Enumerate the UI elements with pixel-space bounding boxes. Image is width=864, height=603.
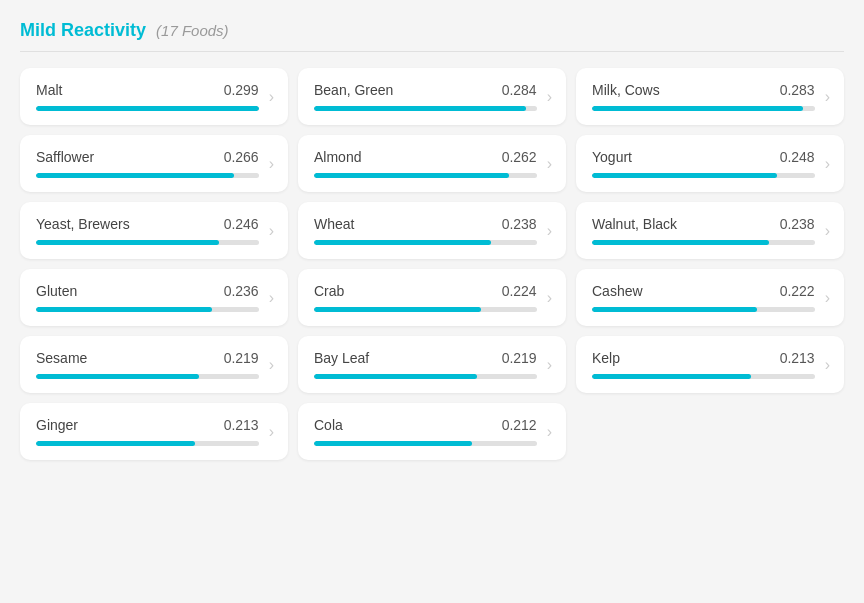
food-value: 0.262 bbox=[502, 149, 537, 165]
bar-fill bbox=[36, 307, 212, 312]
bar-track bbox=[592, 106, 815, 111]
food-value: 0.224 bbox=[502, 283, 537, 299]
food-name: Malt bbox=[36, 82, 62, 98]
card-content: Bean, Green 0.284 bbox=[314, 82, 537, 111]
chevron-right-icon: › bbox=[269, 222, 274, 240]
list-item[interactable]: Milk, Cows 0.283 › bbox=[576, 68, 844, 125]
list-item[interactable]: Walnut, Black 0.238 › bbox=[576, 202, 844, 259]
chevron-right-icon: › bbox=[825, 88, 830, 106]
bar-fill bbox=[36, 240, 219, 245]
chevron-right-icon: › bbox=[547, 289, 552, 307]
bar-track bbox=[314, 307, 537, 312]
list-item[interactable]: Sesame 0.219 › bbox=[20, 336, 288, 393]
bar-track bbox=[36, 307, 259, 312]
bar-fill bbox=[36, 173, 234, 178]
food-value: 0.248 bbox=[780, 149, 815, 165]
food-name: Yogurt bbox=[592, 149, 632, 165]
chevron-right-icon: › bbox=[269, 289, 274, 307]
food-name: Walnut, Black bbox=[592, 216, 677, 232]
food-value: 0.246 bbox=[224, 216, 259, 232]
list-item[interactable]: Bay Leaf 0.219 › bbox=[298, 336, 566, 393]
food-name: Bean, Green bbox=[314, 82, 393, 98]
food-value: 0.238 bbox=[780, 216, 815, 232]
food-value: 0.222 bbox=[780, 283, 815, 299]
card-content: Walnut, Black 0.238 bbox=[592, 216, 815, 245]
bar-fill bbox=[36, 441, 195, 446]
card-content: Bay Leaf 0.219 bbox=[314, 350, 537, 379]
food-name: Kelp bbox=[592, 350, 620, 366]
bar-track bbox=[36, 374, 259, 379]
bar-track bbox=[314, 106, 537, 111]
bar-track bbox=[314, 240, 537, 245]
card-content: Cola 0.212 bbox=[314, 417, 537, 446]
card-content: Milk, Cows 0.283 bbox=[592, 82, 815, 111]
food-value: 0.236 bbox=[224, 283, 259, 299]
list-item[interactable]: Kelp 0.213 › bbox=[576, 336, 844, 393]
card-content: Yogurt 0.248 bbox=[592, 149, 815, 178]
bar-fill bbox=[314, 240, 491, 245]
chevron-right-icon: › bbox=[547, 88, 552, 106]
bar-fill bbox=[314, 106, 526, 111]
food-value: 0.213 bbox=[780, 350, 815, 366]
bar-track bbox=[314, 173, 537, 178]
bar-track bbox=[36, 240, 259, 245]
list-item[interactable]: Cashew 0.222 › bbox=[576, 269, 844, 326]
list-item[interactable]: Yeast, Brewers 0.246 › bbox=[20, 202, 288, 259]
bar-fill bbox=[36, 106, 259, 111]
food-name: Gluten bbox=[36, 283, 77, 299]
card-content: Malt 0.299 bbox=[36, 82, 259, 111]
food-value: 0.238 bbox=[502, 216, 537, 232]
bar-fill bbox=[592, 307, 757, 312]
card-content: Wheat 0.238 bbox=[314, 216, 537, 245]
chevron-right-icon: › bbox=[547, 423, 552, 441]
food-name: Bay Leaf bbox=[314, 350, 369, 366]
list-item[interactable]: Wheat 0.238 › bbox=[298, 202, 566, 259]
bar-fill bbox=[592, 240, 769, 245]
bar-track bbox=[592, 307, 815, 312]
bar-track bbox=[314, 374, 537, 379]
bar-track bbox=[36, 441, 259, 446]
chevron-right-icon: › bbox=[547, 356, 552, 374]
chevron-right-icon: › bbox=[825, 289, 830, 307]
card-content: Almond 0.262 bbox=[314, 149, 537, 178]
food-name: Almond bbox=[314, 149, 361, 165]
food-value: 0.219 bbox=[502, 350, 537, 366]
chevron-right-icon: › bbox=[269, 88, 274, 106]
food-name: Ginger bbox=[36, 417, 78, 433]
food-name: Cashew bbox=[592, 283, 643, 299]
card-content: Cashew 0.222 bbox=[592, 283, 815, 312]
chevron-right-icon: › bbox=[547, 222, 552, 240]
food-value: 0.212 bbox=[502, 417, 537, 433]
card-content: Yeast, Brewers 0.246 bbox=[36, 216, 259, 245]
list-item[interactable]: Ginger 0.213 › bbox=[20, 403, 288, 460]
food-value: 0.266 bbox=[224, 149, 259, 165]
list-item[interactable]: Yogurt 0.248 › bbox=[576, 135, 844, 192]
list-item[interactable]: Almond 0.262 › bbox=[298, 135, 566, 192]
food-name: Safflower bbox=[36, 149, 94, 165]
food-name: Cola bbox=[314, 417, 343, 433]
food-name: Yeast, Brewers bbox=[36, 216, 130, 232]
card-content: Safflower 0.266 bbox=[36, 149, 259, 178]
list-item[interactable]: Bean, Green 0.284 › bbox=[298, 68, 566, 125]
list-item[interactable]: Cola 0.212 › bbox=[298, 403, 566, 460]
chevron-right-icon: › bbox=[825, 356, 830, 374]
list-item[interactable]: Crab 0.224 › bbox=[298, 269, 566, 326]
food-grid: Malt 0.299 › Bean, Green 0.284 › Milk, C… bbox=[20, 68, 844, 460]
bar-fill bbox=[592, 173, 777, 178]
chevron-right-icon: › bbox=[825, 222, 830, 240]
chevron-right-icon: › bbox=[269, 423, 274, 441]
card-content: Kelp 0.213 bbox=[592, 350, 815, 379]
card-content: Ginger 0.213 bbox=[36, 417, 259, 446]
card-content: Sesame 0.219 bbox=[36, 350, 259, 379]
card-content: Crab 0.224 bbox=[314, 283, 537, 312]
list-item[interactable]: Malt 0.299 › bbox=[20, 68, 288, 125]
list-item[interactable]: Gluten 0.236 › bbox=[20, 269, 288, 326]
food-name: Wheat bbox=[314, 216, 354, 232]
chevron-right-icon: › bbox=[547, 155, 552, 173]
page-subtitle: (17 Foods) bbox=[156, 22, 229, 39]
list-item[interactable]: Safflower 0.266 › bbox=[20, 135, 288, 192]
food-name: Crab bbox=[314, 283, 344, 299]
chevron-right-icon: › bbox=[825, 155, 830, 173]
bar-fill bbox=[314, 441, 472, 446]
bar-fill bbox=[36, 374, 199, 379]
